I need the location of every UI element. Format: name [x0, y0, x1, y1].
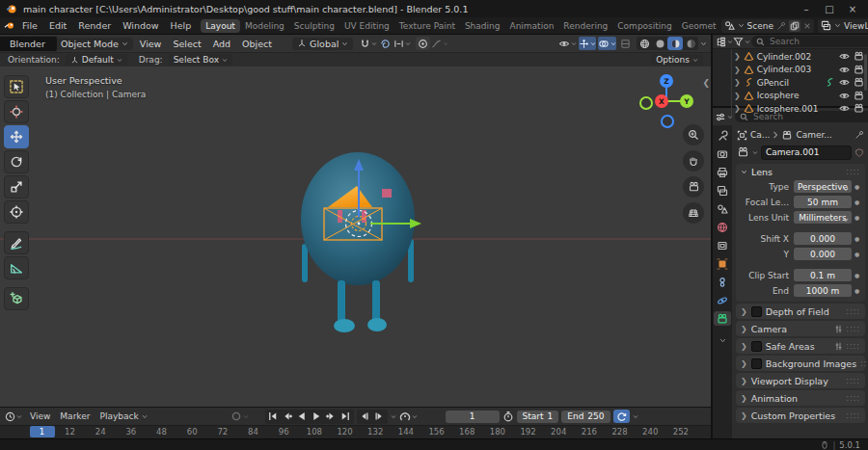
- outliner-filter-dropdown[interactable]: [734, 35, 748, 48]
- playback-sync-button[interactable]: [613, 410, 630, 423]
- topbar-menu-render[interactable]: Render: [72, 19, 117, 32]
- property-value-field[interactable]: Perspective: [794, 180, 852, 193]
- outliner-search[interactable]: [751, 36, 868, 47]
- outliner-item-name[interactable]: Icosphere.001: [757, 104, 819, 114]
- animate-property-dot[interactable]: ●: [852, 214, 862, 221]
- camera-datablock-icon[interactable]: [737, 146, 749, 158]
- unlink-scene-icon[interactable]: [803, 22, 811, 30]
- pan-button[interactable]: [683, 150, 704, 172]
- panel-drag-handle[interactable]: ::::: [860, 359, 868, 368]
- panel-drag-handle[interactable]: ::::: [846, 394, 860, 403]
- prev-keyframe-button[interactable]: [281, 410, 295, 424]
- panel-camera[interactable]: ❯Camera::::: [736, 321, 865, 336]
- shading-material-preview-button[interactable]: [667, 37, 683, 50]
- chevron-down-icon[interactable]: [391, 414, 396, 419]
- camera-data-breadcrumb-icon[interactable]: [781, 130, 793, 141]
- expand-chevron-icon[interactable]: ❯: [734, 52, 741, 61]
- panel-drag-handle[interactable]: ::::: [846, 411, 860, 420]
- panel-custom-properties[interactable]: ❯Custom Properties::::: [736, 408, 865, 423]
- viewport-menu-view[interactable]: View: [134, 38, 168, 50]
- chevron-down-icon[interactable]: [752, 150, 758, 155]
- panel-drag-handle[interactable]: ::::: [846, 168, 860, 176]
- topbar-menu-edit[interactable]: Edit: [43, 19, 72, 32]
- proportional-falloff-dropdown[interactable]: [431, 37, 448, 50]
- timeline-ruler[interactable]: 1122436486072849610812013214415616818019…: [0, 425, 711, 438]
- topbar-menu-file[interactable]: File: [16, 19, 43, 32]
- outliner-search-input[interactable]: [768, 36, 868, 47]
- outliner-item-name[interactable]: Icosphere: [757, 91, 800, 100]
- outliner-item-name[interactable]: Cylinder.002: [757, 52, 811, 62]
- xray-toggle[interactable]: [618, 37, 633, 50]
- shading-wireframe-button[interactable]: [637, 37, 652, 50]
- close-button[interactable]: ×: [843, 2, 862, 15]
- snap-mode-button[interactable]: [378, 37, 393, 50]
- panel-checkbox[interactable]: [751, 341, 762, 352]
- outliner-display-mode-dropdown[interactable]: [717, 35, 731, 48]
- outliner-item-icosphere[interactable]: ❯Icosphere: [713, 90, 868, 103]
- outliner-scrollbar[interactable]: [864, 54, 867, 91]
- expand-chevron-icon[interactable]: ❯: [734, 92, 741, 100]
- lens-panel-header[interactable]: Lens ::::: [736, 164, 865, 179]
- drag-setting-dropdown[interactable]: Select Box: [169, 54, 232, 66]
- show-overlays-toggle[interactable]: [598, 37, 616, 50]
- gizmo-minus-z-axis[interactable]: [661, 115, 674, 128]
- jump-to-end-button[interactable]: [339, 410, 353, 424]
- chevron-down-icon[interactable]: [633, 414, 638, 419]
- timeline-menu-playback[interactable]: Playback: [95, 410, 151, 422]
- object-mode-dropdown[interactable]: Object Mode: [56, 38, 133, 50]
- cursor-tool-button[interactable]: [4, 100, 29, 123]
- scene-selector[interactable]: Scene: [721, 19, 814, 33]
- perspective-toggle-button[interactable]: [683, 202, 704, 224]
- navigation-gizmo[interactable]: ZYX: [639, 72, 697, 130]
- gizmo-minus-y-axis[interactable]: [639, 96, 653, 110]
- object-breadcrumb-icon[interactable]: [737, 130, 747, 141]
- topbar-menu-help[interactable]: Help: [165, 19, 198, 32]
- gizmo-z-axis[interactable]: Z: [660, 74, 673, 88]
- expand-chevron-icon[interactable]: ❯: [734, 66, 741, 74]
- properties-tab-object-data[interactable]: [714, 311, 731, 326]
- shading-solid-button[interactable]: [652, 37, 667, 50]
- property-value-field[interactable]: 0.000: [794, 232, 852, 245]
- fake-user-shield-icon[interactable]: [854, 147, 864, 158]
- expand-chevron-icon[interactable]: ❯: [734, 104, 741, 113]
- step-back-button[interactable]: [358, 410, 372, 424]
- property-value-field[interactable]: 0.000: [794, 248, 852, 260]
- panel-background-images[interactable]: ❯Background Images::::: [736, 356, 865, 371]
- camera-view-button[interactable]: [683, 176, 704, 198]
- workspace-tab-texture-paint[interactable]: Texture Paint: [394, 19, 460, 33]
- properties-tab-object[interactable]: [714, 256, 731, 271]
- snap-target-dropdown[interactable]: [393, 37, 411, 50]
- scale-tool-button[interactable]: [4, 175, 29, 199]
- next-keyframe-button[interactable]: [324, 410, 339, 424]
- workspace-tab-shading[interactable]: Shading: [460, 19, 505, 33]
- breadcrumb-data[interactable]: Camer...: [796, 130, 832, 140]
- viewport-menu-select[interactable]: Select: [167, 38, 206, 50]
- properties-tab-physics[interactable]: [714, 293, 731, 307]
- play-reverse-button[interactable]: [295, 410, 310, 424]
- stopwatch-icon[interactable]: [502, 410, 514, 422]
- keying-set-button[interactable]: [399, 410, 418, 423]
- properties-tab-tool[interactable]: [714, 128, 731, 143]
- pin-icon[interactable]: [854, 130, 864, 140]
- outliner-item-cylinder-003[interactable]: ❯Cylinder.003: [713, 64, 868, 77]
- panel-depth-of-field[interactable]: ❯Depth of Field::::: [736, 304, 865, 319]
- workspace-tab-uv-editing[interactable]: UV Editing: [339, 19, 394, 33]
- gizmo-y-axis[interactable]: Y: [680, 94, 693, 108]
- workspace-tab-modeling[interactable]: Modeling: [240, 19, 289, 33]
- property-value-field[interactable]: 50 mm: [794, 196, 852, 208]
- show-gizmo-toggle[interactable]: [579, 37, 596, 50]
- measure-tool-button[interactable]: [4, 256, 29, 279]
- properties-tab-view-layer[interactable]: [714, 183, 731, 198]
- current-frame-field[interactable]: 1: [446, 410, 500, 423]
- datablock-name-input[interactable]: [761, 146, 852, 160]
- blender-menu-icon[interactable]: [3, 20, 16, 31]
- orientation-setting-dropdown[interactable]: Default: [66, 54, 127, 66]
- breadcrumb-object[interactable]: Ca...: [750, 130, 770, 140]
- shading-rendered-button[interactable]: [683, 37, 698, 50]
- expand-chevron-icon[interactable]: ❯: [734, 78, 741, 87]
- viewport-menu-object[interactable]: Object: [236, 38, 278, 50]
- maximize-button[interactable]: □: [820, 2, 839, 15]
- pin-icon[interactable]: [776, 21, 786, 31]
- proportional-editing-toggle[interactable]: [416, 37, 430, 50]
- panel-checkbox[interactable]: [751, 306, 762, 317]
